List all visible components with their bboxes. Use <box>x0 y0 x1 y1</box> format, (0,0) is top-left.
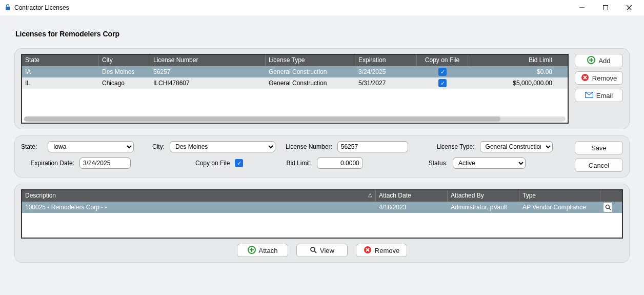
licenses-panel: State City License Number License Type E… <box>14 48 630 129</box>
col-header-copy-on-file[interactable]: Copy on File <box>417 55 468 66</box>
copy-on-file-checkbox[interactable]: ✓ <box>235 159 243 167</box>
cell-state: IA <box>22 67 99 77</box>
button-label: Cancel <box>589 162 609 169</box>
cell-attached-by: Administrator, pVault <box>448 202 519 212</box>
label-expiration-date: Expiration Date: <box>8 160 74 167</box>
license-type-select[interactable]: General Construction <box>480 141 553 152</box>
close-button[interactable] <box>617 0 641 15</box>
cell-expiration: 3/24/2025 <box>355 67 417 77</box>
label-bid-limit: Bid Limit: <box>286 160 311 167</box>
col-header-type[interactable]: Type <box>519 190 600 202</box>
label-city: City: <box>152 143 165 150</box>
status-select[interactable]: Active <box>453 158 526 169</box>
envelope-icon <box>585 92 593 100</box>
table-row[interactable]: IA Des Moines 56257 General Construction… <box>22 66 568 77</box>
label-license-number: License Number: <box>286 143 332 150</box>
col-header-license-type[interactable]: License Type <box>266 55 355 66</box>
checkmark-icon: ✓ <box>438 79 447 87</box>
window-title: Contractor Licenses <box>14 4 69 11</box>
search-icon <box>605 204 611 210</box>
cell-city: Chicago <box>99 78 150 88</box>
col-header-attached-by[interactable]: Attached By <box>448 190 519 202</box>
svg-rect-0 <box>579 8 585 8</box>
button-label: Remove <box>592 74 617 82</box>
cell-city: Des Moines <box>99 67 150 77</box>
cell-attach-date: 4/18/2023 <box>376 202 448 212</box>
cell-bid-limit: $0.00 <box>468 67 555 77</box>
col-header-attach-date[interactable]: Attach Date <box>376 190 448 202</box>
label-state: State: <box>21 143 43 150</box>
col-header-expiration[interactable]: Expiration <box>355 55 417 66</box>
view-button[interactable]: View <box>296 244 348 257</box>
col-header-city[interactable]: City <box>99 55 150 66</box>
attach-button[interactable]: Attach <box>237 244 288 257</box>
col-header-bid-limit[interactable]: Bid Limit <box>468 55 555 66</box>
cell-bid-limit: $5,000,000.00 <box>468 78 555 88</box>
horizontal-scrollbar[interactable] <box>24 116 566 122</box>
label-copy-on-file: Copy on File <box>195 160 230 167</box>
cell-description: 100025 - Remodelers Corp - - <box>22 202 376 212</box>
bid-limit-input[interactable] <box>317 158 363 169</box>
cell-copy-on-file: ✓ <box>417 77 468 89</box>
maximize-button[interactable] <box>594 0 617 15</box>
svg-rect-1 <box>603 6 608 10</box>
table-row[interactable]: 100025 - Remodelers Corp - - 4/18/2023 A… <box>22 202 622 213</box>
lock-icon <box>4 4 11 12</box>
cell-license-number: ILCHI478607 <box>150 78 266 88</box>
col-header-state[interactable]: State <box>22 55 99 66</box>
save-button[interactable]: Save <box>575 141 623 154</box>
search-icon <box>310 246 317 255</box>
cell-license-type: General Construction <box>266 78 355 88</box>
plus-circle-icon <box>587 56 595 66</box>
add-button[interactable]: Add <box>575 54 623 67</box>
cell-state: IL <box>22 78 99 88</box>
col-header-action <box>600 190 612 202</box>
checkmark-icon: ✓ <box>438 68 447 76</box>
documents-grid[interactable]: Description Attach Date Attached By Type… <box>21 189 623 239</box>
documents-panel: Description Attach Date Attached By Type… <box>14 184 630 263</box>
svg-point-7 <box>311 247 315 251</box>
cell-license-type: General Construction <box>266 67 355 77</box>
label-status: Status: <box>429 160 448 167</box>
button-label: Email <box>596 92 613 100</box>
cell-license-number: 56257 <box>150 67 266 77</box>
plus-circle-icon <box>248 246 256 255</box>
city-select[interactable]: Des Moines <box>170 141 275 152</box>
license-number-input[interactable] <box>337 141 408 152</box>
documents-grid-header: Description Attach Date Attached By Type <box>22 190 622 202</box>
table-row[interactable]: IL Chicago ILCHI478607 General Construct… <box>22 77 568 89</box>
button-label: Save <box>591 144 607 152</box>
x-circle-icon <box>364 246 372 255</box>
view-row-button[interactable] <box>603 203 612 212</box>
licenses-grid-header: State City License Number License Type E… <box>22 55 568 66</box>
svg-point-5 <box>606 205 610 209</box>
cell-copy-on-file: ✓ <box>417 66 468 77</box>
page-title: Licenses for Remodelers Corp <box>14 15 630 48</box>
button-label: View <box>320 247 334 254</box>
cancel-button[interactable]: Cancel <box>575 159 623 172</box>
x-circle-icon <box>581 73 589 83</box>
button-label: Add <box>598 57 610 65</box>
minimize-button[interactable] <box>570 0 594 15</box>
col-header-description[interactable]: Description <box>22 190 376 202</box>
cell-type: AP Vendor Compliance <box>519 202 600 212</box>
remove-doc-button[interactable]: Remove <box>356 244 407 257</box>
cell-expiration: 5/31/2027 <box>355 78 417 88</box>
remove-button[interactable]: Remove <box>575 71 623 85</box>
licenses-grid[interactable]: State City License Number License Type E… <box>21 54 569 124</box>
license-form-panel: State: Iowa City: Des Moines License Num… <box>14 135 630 178</box>
scrollbar-thumb[interactable] <box>24 116 500 122</box>
col-header-license-number[interactable]: License Number <box>150 55 266 66</box>
titlebar: Contractor Licenses <box>0 0 644 15</box>
button-label: Remove <box>375 247 399 254</box>
state-select[interactable]: Iowa <box>48 141 134 152</box>
label-license-type: License Type: <box>437 143 475 150</box>
email-button[interactable]: Email <box>575 89 623 102</box>
button-label: Attach <box>259 247 278 254</box>
expiration-date-input[interactable] <box>79 158 131 169</box>
